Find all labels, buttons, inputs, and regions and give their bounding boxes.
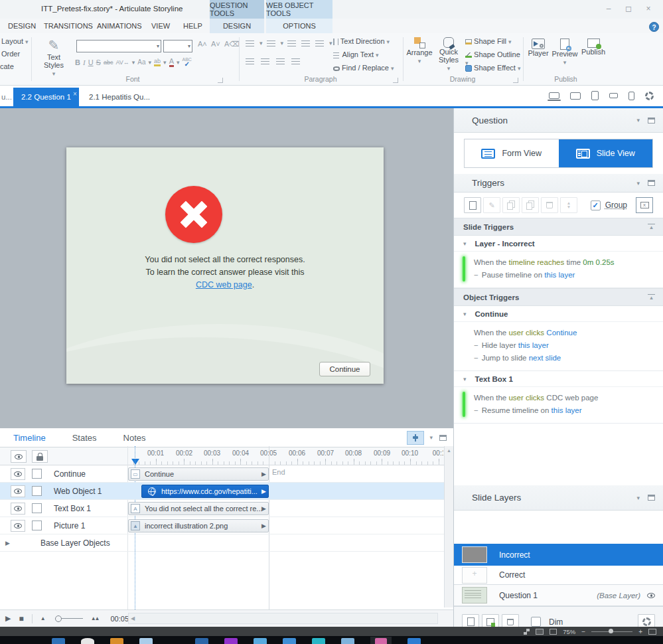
undock-panel-icon[interactable] — [439, 435, 447, 441]
dim-checkbox[interactable] — [531, 617, 541, 627]
zoom-to-fit-button[interactable] — [407, 431, 424, 445]
font-dialog-launcher-icon[interactable] — [218, 78, 223, 83]
taskbar-icon[interactable] — [195, 638, 208, 644]
trigger-item-continue[interactable]: When the user clicks Continue −Hide laye… — [454, 322, 663, 371]
undock-panel-icon[interactable] — [648, 118, 655, 123]
arrange-button[interactable]: Arrange▾ — [405, 37, 433, 64]
visibility-toggle[interactable] — [11, 485, 25, 497]
slide-tab-active[interactable]: 2.2 Question 1 × — [13, 88, 79, 106]
timeline-bar-continue[interactable]: ▭ Continue▶ — [128, 467, 269, 481]
this-layer-link[interactable]: this layer — [544, 271, 575, 279]
laptop-preview-icon[interactable] — [549, 92, 559, 99]
clear-formatting-icon[interactable]: A⌫ — [224, 40, 240, 48]
close-tab-icon[interactable]: × — [73, 85, 77, 104]
play-icon[interactable]: ▶ — [5, 614, 11, 623]
player-button[interactable]: Player — [526, 39, 551, 57]
delete-trigger-button[interactable] — [541, 197, 558, 213]
taskbar-icon[interactable] — [81, 638, 94, 644]
lock-checkbox[interactable] — [32, 469, 42, 479]
continue-object-link[interactable]: Continue — [546, 329, 577, 337]
slide-tab-inactive[interactable]: 2.1 Hepatitis Qu... — [81, 88, 158, 106]
order-button[interactable]: Order — [1, 50, 20, 58]
taskbar-icon[interactable] — [139, 638, 153, 644]
align-right-icon[interactable] — [276, 58, 285, 64]
collapse-all-icon[interactable]: ▴ — [648, 294, 655, 300]
decrease-indent-icon[interactable] — [287, 40, 296, 46]
trigger-group-continue[interactable]: ▾ Continue — [454, 306, 663, 322]
text-direction-button[interactable]: Text Direction ▾ — [333, 37, 390, 45]
continue-button[interactable]: Continue — [319, 362, 370, 376]
chevron-down-icon[interactable]: ▾ — [463, 240, 467, 247]
trigger-group-textbox[interactable]: ▾ Text Box 1 — [454, 371, 663, 387]
edit-trigger-button[interactable]: ✎ — [483, 197, 500, 213]
slide-view-button[interactable]: Slide View — [559, 139, 653, 167]
help-icon[interactable]: ? — [649, 22, 659, 32]
reorder-trigger-button[interactable]: ▲▼ — [560, 197, 577, 213]
grid-view-icon[interactable] — [524, 629, 530, 635]
zoom-out-icon[interactable]: − — [581, 628, 585, 635]
expand-bar-icon[interactable]: ▶ — [261, 488, 266, 495]
form-view-button[interactable]: Form View — [465, 139, 559, 167]
copy-trigger-button[interactable] — [502, 197, 520, 213]
expand-bar-icon[interactable]: ▶ — [261, 505, 266, 512]
timeline-bar-picture[interactable]: ▲ incorrect illustration 2.png▶ — [128, 519, 269, 532]
taskbar-icon[interactable] — [254, 638, 267, 644]
phone-landscape-preview-icon[interactable] — [609, 93, 618, 98]
minimize-icon[interactable]: – — [603, 4, 614, 13]
lock-checkbox[interactable] — [32, 521, 42, 530]
lock-checkbox[interactable] — [32, 486, 42, 496]
timeline-bar-web-object[interactable]: https://www.cdc.gov/hepatiti...▶ — [141, 485, 269, 498]
chevron-down-icon[interactable]: ▾ — [636, 180, 640, 187]
preview-button[interactable]: Preview▾ — [551, 39, 579, 66]
tab-timeline[interactable]: Timeline — [13, 433, 46, 443]
trigger-item-resume-timeline[interactable]: When the user clicks CDC web page −Resum… — [454, 387, 663, 424]
bullet-list-icon[interactable] — [246, 40, 254, 46]
tab-web-object-options[interactable]: OPTIONS — [266, 19, 332, 33]
timeline-row-base-layer-objects[interactable]: ▶ Base Layer Objects — [0, 534, 453, 552]
zoom-out-timeline-icon[interactable]: ▲ — [40, 615, 46, 621]
lock-all-button[interactable] — [32, 450, 48, 463]
taskbar-icon[interactable] — [110, 638, 123, 644]
tab-view[interactable]: VIEW — [145, 19, 177, 33]
justify-icon[interactable] — [291, 58, 300, 64]
chevron-down-icon[interactable]: ▾ — [429, 434, 433, 441]
taskbar-icon[interactable] — [341, 638, 354, 644]
visibility-toggle[interactable] — [11, 468, 25, 480]
playhead-icon[interactable] — [131, 459, 139, 465]
increase-indent-icon[interactable] — [301, 40, 310, 46]
expand-bar-icon[interactable]: ▶ — [261, 471, 266, 477]
timeline-vertical-scrollbar[interactable]: ▲ — [444, 446, 453, 607]
expand-bar-icon[interactable]: ▶ — [261, 523, 266, 529]
taskbar-icon[interactable] — [375, 638, 387, 644]
tab-question-tools-design[interactable]: DESIGN — [210, 19, 264, 33]
layer-row-correct[interactable]: Correct — [454, 566, 663, 584]
layout-button[interactable]: Layout ▾ — [1, 37, 29, 45]
tab-animations[interactable]: ANIMATIONS — [90, 19, 149, 33]
tablet-portrait-preview-icon[interactable] — [591, 91, 599, 100]
preview-settings-gear-icon[interactable] — [645, 92, 654, 100]
chevron-down-icon[interactable]: ▾ — [463, 376, 467, 382]
maximize-icon[interactable]: ◻ — [623, 4, 634, 13]
zoom-in-timeline-icon[interactable]: ▲▲ — [91, 615, 99, 621]
taskbar-icon[interactable] — [407, 638, 421, 644]
paste-trigger-button[interactable] — [522, 197, 539, 213]
slide-tab-overflow[interactable]: u... — [0, 88, 13, 106]
paragraph-dialog-launcher-icon[interactable] — [393, 78, 398, 83]
timeline-horizontal-scrollbar[interactable]: ◀ — [128, 613, 438, 624]
trigger-group-layer-incorrect[interactable]: ▾ Layer - Incorrect — [454, 236, 663, 252]
eye-icon[interactable] — [647, 593, 655, 598]
taskbar-icon[interactable] — [312, 638, 325, 644]
quick-styles-button[interactable]: Quick Styles▾ — [435, 37, 463, 72]
numbered-list-icon[interactable] — [267, 40, 275, 46]
chevron-down-icon[interactable]: ▾ — [636, 117, 640, 123]
visibility-toggle[interactable] — [11, 503, 25, 515]
toggle-visibility-all-button[interactable] — [11, 450, 27, 463]
new-trigger-button[interactable] — [464, 197, 481, 213]
layer-row-base[interactable]: Question 1 (Base Layer) — [454, 584, 663, 606]
shape-fill-button[interactable]: Shape Fill ▾ — [465, 37, 512, 45]
this-layer-link[interactable]: this layer — [552, 406, 582, 414]
layer-row-incorrect[interactable]: Incorrect — [454, 544, 663, 566]
lock-checkbox[interactable] — [32, 503, 42, 513]
stop-icon[interactable]: ■ — [19, 614, 23, 623]
taskbar-icon[interactable] — [224, 638, 238, 644]
